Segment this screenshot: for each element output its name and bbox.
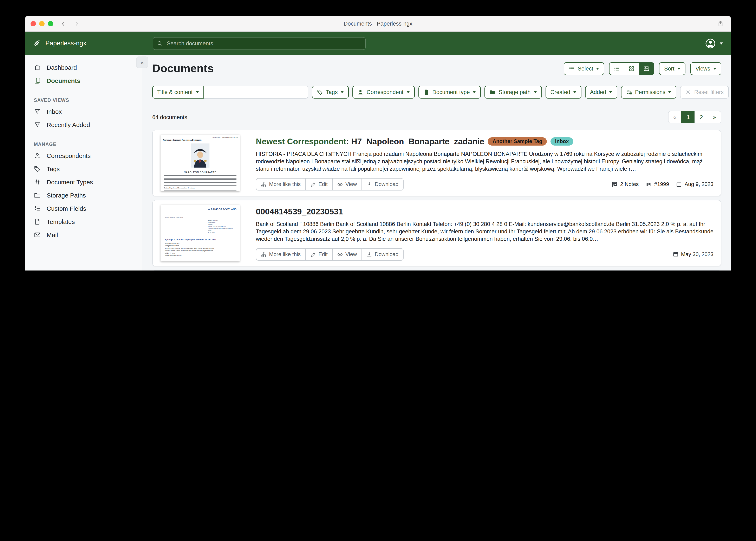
- document-snippet: HISTORIA - PRACA DLA CH☒TNYCH Francja po…: [256, 151, 713, 173]
- meta-label: 2 Notes: [620, 181, 639, 188]
- download-button[interactable]: Download: [361, 248, 404, 261]
- sort-button[interactable]: Sort: [659, 62, 686, 75]
- document-thumbnail[interactable]: HISTORIA - PRACA DLA CHĘTNYCHFrancja pod…: [153, 130, 248, 196]
- pagination-page-2-button[interactable]: 2: [695, 111, 708, 123]
- sidebar-collapse-button[interactable]: «: [136, 57, 148, 68]
- thumbnail-page: HISTORIA - PRACA DLA CHĘTNYCHFrancja pod…: [161, 135, 240, 191]
- pagination-prev-button[interactable]: «: [668, 111, 682, 123]
- select-button[interactable]: Select: [564, 62, 604, 75]
- filter-correspondent-button[interactable]: Correspondent: [353, 86, 415, 99]
- view-grid-icon: [629, 66, 635, 72]
- search-icon: [157, 40, 163, 46]
- document-thumbnail[interactable]: ✻ BANK OF SCOTLANDBank of Scotland · 108…: [153, 201, 248, 266]
- sidebar-item-correspondents[interactable]: Correspondents: [25, 149, 142, 162]
- hash-icon: [34, 178, 41, 185]
- zoom-window-button[interactable]: [48, 21, 53, 26]
- document-count: 64 documents: [152, 114, 187, 120]
- meta-calendar: May 30, 2023: [672, 251, 713, 257]
- view-button[interactable]: View: [332, 178, 362, 191]
- view-mode-view-grid-button[interactable]: [624, 62, 639, 75]
- sidebar-item-document-types[interactable]: Document Types: [25, 175, 142, 189]
- sidebar-item-label: Templates: [47, 218, 75, 225]
- chevron-down-icon: [406, 91, 410, 93]
- share-icon[interactable]: [717, 16, 724, 31]
- brand[interactable]: Paperless-ngx: [25, 39, 142, 47]
- more-like-this-button[interactable]: More like this: [256, 248, 306, 261]
- sidebar-item-custom-fields[interactable]: Custom Fields: [25, 202, 142, 215]
- sidebar-item-label: Correspondents: [47, 152, 91, 159]
- sidebar-item-mail[interactable]: Mail: [25, 228, 142, 241]
- chevron-down-icon: [677, 68, 680, 70]
- mail-icon: [34, 231, 41, 238]
- sidebar-item-label: Custom Fields: [47, 205, 86, 212]
- chevron-down-icon: [534, 91, 537, 93]
- filter-tags-button[interactable]: Tags: [312, 86, 349, 99]
- card-actions: More like thisEditViewDownload: [256, 248, 404, 261]
- download-button[interactable]: Download: [361, 178, 404, 191]
- action-label: Edit: [318, 181, 328, 188]
- title-content-dropdown-button[interactable]: Title & content: [152, 86, 204, 99]
- titlebar: Documents - Paperless-ngx: [25, 16, 731, 32]
- document-thumbnail[interactable]: MEDICALTEACHERMedical Teacher◐ Taylor & …: [153, 270, 248, 270]
- tag-pill[interactable]: Inbox: [550, 137, 573, 146]
- meta-label: May 30, 2023: [681, 251, 713, 257]
- pagination-next-button[interactable]: »: [708, 111, 721, 123]
- reset-filters-button[interactable]: Reset filters: [680, 86, 729, 99]
- minimize-window-button[interactable]: [39, 21, 45, 26]
- tag-pill[interactable]: Another Sample Tag: [488, 137, 547, 146]
- document-snippet: Bank of Scotland " 10886 Berlin Bank of …: [256, 221, 713, 243]
- document-title-link[interactable]: 0004814539_20230531: [256, 207, 343, 217]
- document-title: H7_Napoleon_Bonaparte_zadanie: [351, 137, 484, 146]
- back-icon[interactable]: [60, 16, 66, 31]
- document-correspondent[interactable]: Newest Correspondent: [256, 137, 346, 146]
- action-label: View: [345, 251, 357, 257]
- comment-icon: [612, 181, 618, 187]
- search-input[interactable]: [166, 40, 361, 47]
- sidebar-item-documents[interactable]: Documents: [25, 74, 142, 87]
- window-controls: [31, 16, 53, 31]
- card-title-row: Newest Correspondent: H7_Napoleon_Bonapa…: [256, 137, 713, 146]
- close-window-button[interactable]: [31, 21, 36, 26]
- card-body: 0004814539_20230531Bank of Scotland " 10…: [248, 201, 721, 266]
- forward-icon[interactable]: [73, 16, 80, 31]
- filter-document-type-button[interactable]: Document type: [418, 86, 481, 99]
- meta-calendar: Aug 9, 2023: [676, 181, 713, 188]
- sidebar-item-storage-paths[interactable]: Storage Paths: [25, 189, 142, 202]
- sidebar-item-recently-added[interactable]: Recently Added: [25, 118, 142, 131]
- edit-button[interactable]: Edit: [305, 248, 333, 261]
- edit-button[interactable]: Edit: [305, 178, 333, 191]
- more-like-this-button[interactable]: More like this: [256, 178, 306, 191]
- page-header: Documents SelectSortViews: [152, 62, 721, 75]
- filter-label: Tags: [326, 89, 338, 95]
- views-button[interactable]: Views: [690, 62, 721, 75]
- chevron-down-icon: [596, 68, 599, 70]
- action-label: View: [345, 181, 357, 188]
- paperless-logo-icon: [33, 39, 41, 47]
- pagination: «12»: [668, 111, 721, 123]
- sidebar-item-inbox[interactable]: Inbox: [25, 105, 142, 118]
- filter-storage-path-button[interactable]: Storage path: [485, 86, 542, 99]
- view-mode-view-list-button[interactable]: [609, 62, 625, 75]
- user-menu[interactable]: [705, 38, 723, 49]
- filter-added-button[interactable]: Added: [585, 86, 617, 99]
- sidebar-item-tags[interactable]: Tags: [25, 162, 142, 175]
- view-mode-view-detail-button[interactable]: [639, 62, 654, 75]
- filter-permissions-button[interactable]: Permissions: [621, 86, 677, 99]
- view-button[interactable]: View: [332, 248, 362, 261]
- calendar-icon: [672, 251, 678, 257]
- sidebar-item-templates[interactable]: Templates: [25, 215, 142, 228]
- pagination-page-1-button[interactable]: 1: [681, 111, 695, 123]
- person-icon: [34, 152, 41, 159]
- filter-created-button[interactable]: Created: [546, 86, 581, 99]
- card-body: Newest Correspondent: H7_Napoleon_Bonapa…: [248, 130, 721, 196]
- card-footer: More like thisEditViewDownloadMay 30, 20…: [256, 243, 713, 261]
- page-title: Documents: [152, 62, 214, 75]
- sidebar-item-dashboard[interactable]: Dashboard: [25, 61, 142, 74]
- document-title-link[interactable]: Newest Correspondent: H7_Napoleon_Bonapa…: [256, 137, 484, 146]
- global-search[interactable]: [153, 37, 366, 50]
- napoleon-portrait-image: [187, 143, 213, 170]
- file-icon: [34, 218, 41, 225]
- thumbnail-text: Bank of Scotland10886 BerlinKontaktTelef…: [208, 220, 240, 234]
- title-content-input[interactable]: [204, 86, 308, 99]
- view-detail-icon: [644, 66, 650, 72]
